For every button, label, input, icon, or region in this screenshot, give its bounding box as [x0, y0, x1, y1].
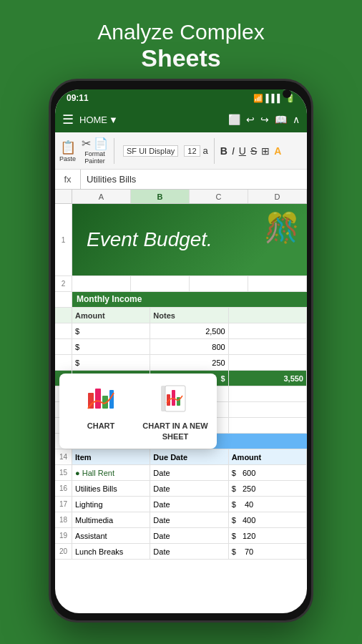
col-header-a[interactable]: A [72, 190, 131, 203]
expenses-date-header: Due Date [150, 449, 228, 464]
row-num-16: 16 [55, 481, 72, 496]
cell-date-15[interactable]: Date [150, 465, 228, 480]
scissors-icon[interactable]: ✂ [82, 137, 91, 150]
cell-date-19[interactable]: Date [150, 528, 228, 543]
cell-amount-1[interactable]: 2,500 [150, 323, 228, 338]
cell-2b[interactable] [131, 276, 190, 291]
chart-popup-menu: CHART CHART IN A NEW SHEET [59, 374, 217, 449]
font-size[interactable]: 12 [184, 145, 200, 157]
font-info: SF UI Display [123, 145, 178, 157]
cell-item-17[interactable]: Lighting [72, 497, 150, 512]
cell-item-15[interactable]: ● Hall Rent [72, 465, 150, 480]
event-banner-decoration: 🎊 [264, 211, 300, 245]
row-num-income [55, 292, 72, 307]
cell-10c[interactable] [229, 386, 307, 401]
chart-new-sheet-button[interactable]: CHART IN A NEW SHEET [141, 381, 210, 441]
expense-row-19: 19 Assistant Date $ 120 [55, 528, 307, 544]
menu-icon[interactable]: ☰ [62, 112, 74, 127]
income-subheader-row: Amount Notes [55, 308, 307, 323]
paste-icon: 📋 [60, 140, 76, 155]
cell-amount-header: Amount [72, 308, 150, 323]
chart-new-sheet-icon [157, 381, 193, 416]
cell-item-16[interactable]: Utilities Bills [72, 481, 150, 496]
status-time: 09:11 [67, 93, 89, 103]
chart-new-sheet-label: CHART IN A NEW SHEET [141, 421, 210, 441]
cell-amount-19[interactable]: $ 120 [229, 528, 307, 543]
cell-notes-1[interactable] [229, 323, 307, 338]
bold-button[interactable]: B [220, 145, 228, 157]
headline-section: Analyze Complex Sheets [0, 20, 362, 72]
cell-item-19[interactable]: Assistant [72, 528, 150, 543]
row-num-14: 14 [55, 449, 72, 464]
cell-date-20[interactable]: Date [150, 544, 228, 559]
letter-a: a [203, 145, 208, 156]
cell-notes-3[interactable] [229, 355, 307, 370]
formula-input[interactable]: Utilities Bills [81, 174, 307, 185]
signal-icon: ▌▌▌ [266, 94, 283, 102]
status-bar: 09:11 📶 ▌▌▌ 🔋 [55, 89, 307, 107]
toolbar-icons: ⬜ ↩ ↪ 📖 ∧ [228, 114, 300, 125]
fx-label: fx [55, 170, 81, 189]
cell-income-filler [229, 308, 307, 323]
cell-amount-15[interactable]: $ 600 [229, 465, 307, 480]
redo-icon[interactable]: ↪ [260, 114, 269, 125]
borders-button[interactable]: ⊞ [261, 145, 270, 157]
col-header-b[interactable]: B [131, 190, 190, 203]
cell-2d[interactable] [248, 276, 307, 291]
clipboard-group: ✂ 📄 FormatPainter [82, 137, 108, 165]
cell-dollar-3[interactable]: $ [72, 355, 150, 370]
column-headers: A B C D [55, 190, 307, 204]
chart-button[interactable]: CHART [67, 381, 135, 441]
cell-amount-18[interactable]: $ 400 [229, 512, 307, 527]
expenses-amount-header: Amount [229, 449, 307, 464]
col-header-c[interactable]: C [190, 190, 248, 203]
cell-dollar-1[interactable]: $ [72, 323, 150, 338]
phone-frame: 09:11 📶 ▌▌▌ 🔋 ☰ HOME ▼ ⬜ ↩ ↪ 📖 ∧ [49, 79, 313, 623]
cell-notes-header: Notes [150, 308, 228, 323]
cell-11c[interactable] [229, 402, 307, 417]
cell-notes-2[interactable] [229, 339, 307, 354]
cell-item-20[interactable]: Lunch Breaks [72, 544, 150, 559]
row-num-income-2 [55, 339, 72, 354]
income-row-3: $ 250 [55, 355, 307, 371]
cell-amount-16[interactable]: $ 250 [229, 481, 307, 496]
strikethrough-button[interactable]: S [250, 145, 257, 157]
cell-item-18[interactable]: Multimedia [72, 512, 150, 527]
monthly-income-header: Monthly Income [72, 292, 307, 307]
cell-amount-17[interactable]: $ 40 [229, 497, 307, 512]
save-icon[interactable]: ⬜ [228, 114, 240, 125]
toolbar: ☰ HOME ▼ ⬜ ↩ ↪ 📖 ∧ [55, 107, 307, 132]
cell-2a[interactable] [72, 276, 131, 291]
undo-icon[interactable]: ↩ [246, 114, 255, 125]
cell-date-16[interactable]: Date [150, 481, 228, 496]
expense-row-18: 18 Multimedia Date $ 400 [55, 512, 307, 528]
cell-2c[interactable] [190, 276, 248, 291]
row-num-income-1 [55, 323, 72, 338]
divider-2 [214, 138, 215, 164]
table-row: 2 [55, 276, 307, 292]
font-name[interactable]: SF UI Display [123, 145, 178, 157]
italic-button[interactable]: I [232, 145, 235, 157]
cell-dollar-2[interactable]: $ [72, 339, 150, 354]
cell-12c[interactable] [229, 418, 307, 433]
col-header-d[interactable]: D [248, 190, 307, 203]
paste-group[interactable]: 📋 Paste [59, 140, 76, 162]
cell-date-18[interactable]: Date [150, 512, 228, 527]
book-icon[interactable]: 📖 [275, 114, 287, 125]
headline-bottom: Sheets [0, 44, 362, 72]
copy-icon[interactable]: 📄 [94, 137, 108, 150]
cell-amount-3[interactable]: 250 [150, 355, 228, 370]
home-label[interactable]: HOME ▼ [79, 114, 118, 125]
total-amount: 3,550 [229, 371, 307, 386]
headline-top: Analyze Complex [0, 20, 362, 44]
row-num-20: 20 [55, 544, 72, 559]
expense-row-17: 17 Lighting Date $ 40 [55, 497, 307, 512]
format-painter-label[interactable]: FormatPainter [84, 150, 105, 165]
highlight-button[interactable]: A [274, 145, 281, 157]
cell-date-17[interactable]: Date [150, 497, 228, 512]
format-bar: 📋 Paste ✂ 📄 FormatPainter SF UI Display … [55, 132, 307, 170]
cell-amount-20[interactable]: $ 70 [229, 544, 307, 559]
underline-button[interactable]: U [239, 145, 246, 157]
chevron-up-icon[interactable]: ∧ [293, 114, 300, 125]
cell-amount-2[interactable]: 800 [150, 339, 228, 354]
